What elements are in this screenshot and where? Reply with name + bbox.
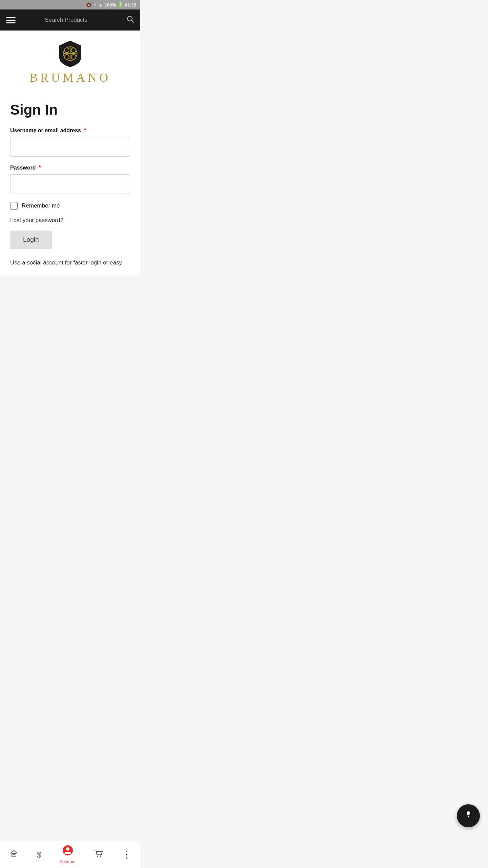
- header: Search Products: [0, 9, 140, 31]
- battery-percentage: 100%: [105, 2, 116, 7]
- signal-icon: ▲: [99, 2, 103, 7]
- login-button[interactable]: Login: [10, 231, 52, 249]
- password-field-group: Password *: [10, 165, 130, 194]
- logo-area: BRUMANO: [0, 31, 140, 88]
- mute-icon: 🔇: [86, 2, 92, 7]
- main-content: Sign In Username or email address * Pass…: [0, 88, 140, 275]
- status-bar: 🔇 ✳ ▲ 100% 🔋 01:23: [0, 0, 140, 9]
- svg-line-1: [132, 21, 134, 23]
- sign-in-title: Sign In: [10, 102, 130, 118]
- remember-me-label: Remember me: [22, 202, 60, 209]
- bluetooth-icon: ✳: [93, 2, 97, 7]
- battery-icon: 🔋: [118, 2, 123, 7]
- username-input[interactable]: [10, 137, 130, 157]
- brand-logo: [58, 40, 82, 68]
- username-label: Username or email address *: [10, 127, 130, 134]
- search-button[interactable]: [126, 15, 134, 25]
- username-field-group: Username or email address *: [10, 127, 130, 157]
- search-placeholder: Search Products: [6, 17, 126, 23]
- remember-me-row: Remember me: [10, 202, 130, 210]
- password-input[interactable]: [10, 174, 130, 194]
- brand-name: BRUMANO: [29, 71, 111, 85]
- clock: 01:23: [125, 2, 136, 7]
- password-label: Password *: [10, 165, 130, 171]
- password-required: *: [39, 165, 41, 171]
- lost-password-link[interactable]: Lost your password?: [10, 217, 130, 224]
- remember-me-checkbox[interactable]: [10, 202, 18, 210]
- username-required: *: [84, 127, 86, 133]
- social-login-text: Use a social account for faster login or…: [10, 258, 130, 267]
- status-icons: 🔇 ✳ ▲ 100% 🔋 01:23: [86, 2, 136, 7]
